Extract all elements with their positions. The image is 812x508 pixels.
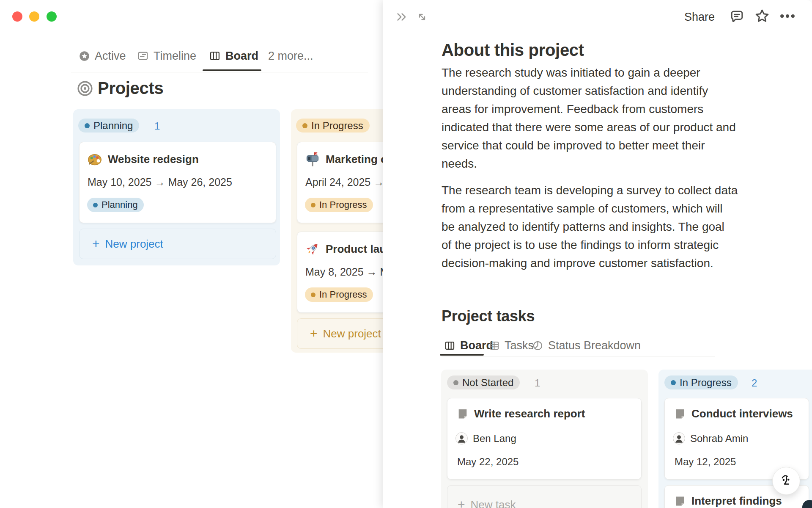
page-icon: [674, 495, 686, 508]
status-dot: [302, 123, 307, 128]
board-icon: [209, 50, 221, 62]
palette-emoji: [87, 152, 102, 167]
new-project-button[interactable]: + New project: [79, 229, 276, 259]
tasks-tab-status-breakdown[interactable]: Status Breakdown: [532, 337, 641, 354]
new-project-label: New project: [105, 237, 163, 251]
tab-more[interactable]: 2 more...: [268, 47, 313, 64]
plus-icon: +: [92, 237, 100, 250]
page-title: Projects: [98, 79, 163, 98]
avatar: [673, 432, 685, 444]
card-status-label: In Progress: [319, 289, 367, 300]
share-button[interactable]: Share: [684, 8, 715, 25]
tab-board-label: Board: [225, 50, 258, 63]
card-status-tag: In Progress: [305, 198, 373, 212]
tab-more-label: 2 more...: [268, 50, 313, 63]
status-dot: [93, 203, 98, 207]
double-chevron-right-icon: [395, 11, 408, 23]
page-icon: [674, 408, 686, 420]
expand-page-button[interactable]: [414, 8, 431, 25]
assignee-name: Ben Lang: [473, 433, 516, 444]
card-title: Conduct interviews: [691, 407, 793, 420]
close-peek-button[interactable]: [393, 8, 410, 25]
task-column-not-started: Not Started 1 Write research report Ben …: [441, 370, 648, 508]
status-tag-in-progress[interactable]: In Progress: [296, 119, 370, 133]
status-dot: [311, 203, 315, 207]
pie-chart-icon: [532, 340, 543, 351]
target-icon: [77, 80, 93, 97]
status-dot: [453, 380, 458, 385]
minimize-button[interactable]: [29, 11, 39, 22]
notion-window: Active Timeline Board 2 more... Projects…: [0, 0, 812, 508]
tasks-tab-tasks[interactable]: Tasks: [488, 337, 534, 354]
favorite-button[interactable]: [752, 6, 772, 26]
status-tag-label: Planning: [93, 120, 133, 132]
expand-diagonal-icon: [416, 11, 428, 23]
tab-active-label: Active: [95, 50, 126, 63]
about-heading: About this project: [442, 41, 584, 60]
board-column-planning: Planning 1 Website redesign May 10, 2025…: [73, 109, 280, 265]
about-paragraph-2: The research team is developing a survey…: [442, 181, 780, 272]
active-tab-underline: [203, 69, 261, 71]
card-status-label: Planning: [102, 199, 138, 210]
tasks-heading: Project tasks: [442, 307, 535, 325]
tasks-tabbar-divider: [442, 356, 715, 356]
tab-timeline-label: Timeline: [154, 50, 196, 63]
zoom-button[interactable]: [47, 11, 57, 22]
assignee-row: Sohrab Amin: [673, 432, 748, 444]
tab-board[interactable]: Board: [209, 47, 258, 64]
ellipsis-icon: [778, 7, 797, 25]
comments-button[interactable]: [727, 6, 747, 26]
assignee-name: Sohrab Amin: [690, 433, 748, 444]
about-paragraph-1: The research study was initiated to gain…: [442, 64, 780, 173]
page-icon: [457, 408, 469, 420]
active-tab-underline: [440, 354, 484, 356]
column-count: 1: [154, 120, 160, 132]
new-task-button[interactable]: + New task: [447, 485, 642, 508]
card-date: May 12, 2025: [675, 456, 736, 468]
status-tag-in-progress[interactable]: In Progress: [664, 375, 738, 389]
card-dates: April 24, 2025 → M: [305, 176, 396, 188]
tasks-tab-board[interactable]: Board: [444, 337, 493, 354]
card-title: Interpret findings: [691, 494, 782, 508]
star-circle-icon: [79, 50, 90, 62]
assignee-row: Ben Lang: [455, 432, 516, 444]
status-tag-planning[interactable]: Planning: [78, 119, 139, 133]
plus-icon: +: [310, 327, 318, 340]
rocket-emoji: [305, 241, 320, 257]
ai-face-icon: [777, 472, 795, 490]
close-button[interactable]: [12, 11, 22, 22]
task-card-write-research-report[interactable]: Write research report Ben Lang May 22, 2…: [447, 398, 642, 480]
status-tag-label: Not Started: [462, 377, 513, 389]
timeline-icon: [137, 50, 149, 62]
status-dot: [311, 293, 315, 297]
plus-icon: +: [458, 498, 465, 508]
status-dot: [671, 380, 676, 385]
status-tag-label: In Progress: [680, 377, 732, 389]
tab-timeline[interactable]: Timeline: [137, 47, 196, 64]
card-title: Marketing c: [326, 153, 387, 166]
status-dot: [85, 123, 90, 128]
column-count: 2: [752, 377, 757, 389]
star-icon: [754, 8, 771, 25]
tabbar-divider: [71, 72, 368, 72]
tab-active[interactable]: Active: [79, 47, 126, 64]
card-status-tag: In Progress: [305, 287, 373, 302]
card-title: Write research report: [474, 407, 585, 420]
card-date: May 22, 2025: [457, 456, 518, 468]
project-card-website-redesign[interactable]: Website redesign May 10, 2025 → May 26, …: [79, 142, 276, 223]
table-icon: [488, 340, 500, 351]
comment-icon: [729, 8, 745, 24]
mailbox-emoji: [305, 152, 320, 167]
avatar: [455, 432, 468, 444]
tab-label: Status Breakdown: [548, 339, 641, 352]
share-label: Share: [684, 11, 715, 24]
tab-label: Tasks: [505, 339, 534, 352]
side-peek-panel: Share About this project The research st…: [383, 0, 812, 508]
card-status-label: In Progress: [319, 199, 367, 210]
status-tag-not-started[interactable]: Not Started: [447, 375, 520, 389]
card-dates: May 10, 2025 → May 26, 2025: [88, 176, 232, 188]
status-tag-label: In Progress: [311, 120, 363, 132]
notion-ai-button[interactable]: [772, 467, 800, 495]
card-dates: May 8, 2025 → Ma: [305, 266, 395, 278]
more-options-button[interactable]: [776, 6, 798, 26]
